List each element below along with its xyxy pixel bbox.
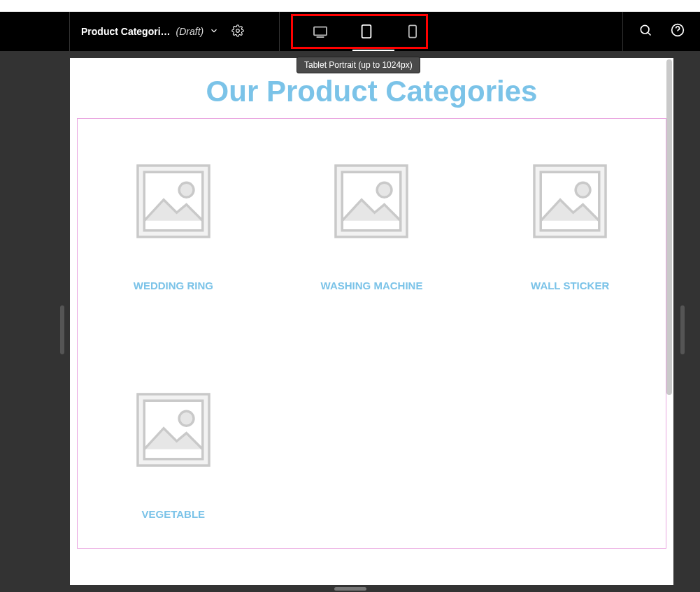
svg-point-17 (576, 182, 590, 197)
svg-line-6 (648, 33, 651, 36)
placeholder-image-icon (133, 161, 214, 245)
categories-grid: WEDDING RING WASHING MACHINE WALL STICKE… (106, 161, 638, 520)
svg-rect-1 (314, 27, 327, 36)
svg-rect-16 (541, 172, 599, 231)
svg-rect-3 (362, 25, 371, 38)
svg-point-0 (236, 29, 240, 32)
category-item[interactable]: WEDDING RING (106, 161, 241, 291)
device-switcher (297, 12, 436, 51)
device-desktop-button[interactable] (313, 24, 328, 39)
category-item[interactable]: WASHING MACHINE (304, 161, 440, 291)
active-device-indicator (352, 50, 394, 51)
topbar-right-actions (622, 12, 700, 51)
category-item[interactable]: WALL STICKER (502, 161, 638, 291)
category-name: WASHING MACHINE (321, 280, 423, 291)
device-tooltip: Tablet Portrait (up to 1024px) (297, 57, 420, 73)
svg-point-11 (179, 182, 194, 197)
categories-container: WEDDING RING WASHING MACHINE WALL STICKE… (77, 118, 666, 549)
svg-rect-19 (144, 400, 203, 459)
svg-rect-10 (144, 172, 203, 231)
topbar-left-spacer (0, 12, 70, 51)
resize-handle-left[interactable] (60, 305, 64, 354)
preview-canvas[interactable]: Our Product Categories WEDDING RING WASH… (70, 58, 673, 585)
help-icon[interactable] (671, 23, 685, 40)
device-mobile-button[interactable] (405, 24, 420, 39)
category-item[interactable]: VEGETABLE (106, 389, 241, 520)
page-title: Product Categori… (81, 26, 171, 37)
svg-rect-4 (409, 25, 416, 37)
resize-handle-right[interactable] (680, 305, 685, 354)
chevron-down-icon[interactable] (209, 26, 219, 38)
placeholder-image-icon (529, 161, 610, 245)
category-name: VEGETABLE (142, 508, 206, 520)
topbar-spacer (436, 12, 622, 51)
browser-tab-strip (0, 0, 700, 12)
category-name: WALL STICKER (531, 280, 609, 291)
search-icon[interactable] (638, 23, 652, 40)
device-tablet-button[interactable] (359, 24, 374, 39)
svg-point-5 (641, 25, 649, 34)
svg-rect-13 (343, 172, 401, 231)
resize-handle-bottom[interactable] (334, 587, 366, 591)
editor-stage: Product Categori… (Draft) (0, 12, 700, 592)
editor-topbar: Product Categori… (Draft) (0, 12, 700, 51)
page-title-block[interactable]: Product Categori… (Draft) (70, 12, 280, 51)
category-name: WEDDING RING (134, 280, 213, 291)
canvas-scrollbar[interactable] (666, 59, 672, 395)
placeholder-image-icon (331, 161, 412, 245)
svg-point-20 (179, 411, 194, 426)
status-badge: (Draft) (176, 26, 204, 37)
svg-point-14 (378, 182, 392, 197)
gear-icon[interactable] (231, 24, 244, 39)
placeholder-image-icon (133, 389, 214, 473)
